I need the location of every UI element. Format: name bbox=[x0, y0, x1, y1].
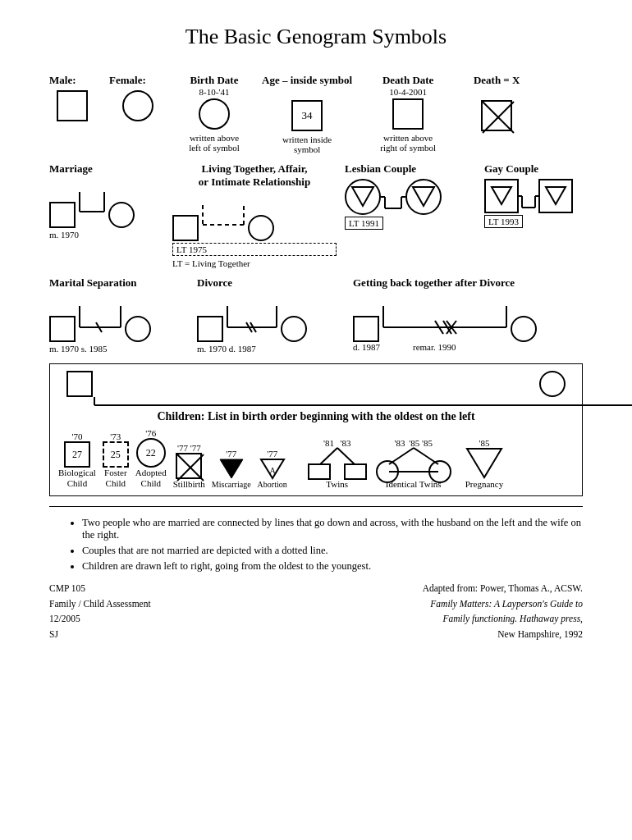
row2-section: Marriage m. 1970 Living Together, Affa bbox=[49, 162, 583, 268]
death-x-square bbox=[481, 100, 512, 131]
living-together-label: Living Together, Affair, or Intimate Rel… bbox=[172, 162, 337, 189]
lt-1993: LT 1993 bbox=[484, 215, 523, 228]
birthdate-symbol: Birth Date 8-10-'41 written above left o… bbox=[181, 74, 247, 153]
marriage-lines bbox=[76, 179, 108, 228]
reunite-diagram bbox=[353, 293, 558, 342]
marriage-group: Marriage m. 1970 bbox=[49, 162, 164, 240]
male-square bbox=[57, 90, 88, 121]
death-x-symbol: Death = X bbox=[464, 74, 529, 131]
female-label: Female: bbox=[109, 74, 146, 87]
children-label: Children: List in birth order beginning … bbox=[58, 410, 574, 423]
age-square: 34 bbox=[291, 100, 323, 131]
lt-square bbox=[172, 215, 199, 241]
adopted-child: '76 22 AdoptedChild bbox=[135, 428, 167, 489]
svg-marker-21 bbox=[546, 187, 566, 204]
footer-left-line1: CMP 105 bbox=[49, 581, 151, 596]
footer-right: Adapted from: Power, Thomas A., ACSW. Fa… bbox=[423, 581, 583, 641]
div-dates: m. 1970 d. 1987 bbox=[197, 344, 256, 354]
identical-twins-group: '83 '85 '85 Identical Twins bbox=[373, 438, 455, 489]
footer-left: CMP 105 Family / Child Assessment 12/200… bbox=[49, 581, 151, 641]
parent-connect-line bbox=[58, 384, 574, 409]
row1-symbols: Male: Female: Birth Date 8-10-'41 writte… bbox=[49, 74, 583, 154]
divorce-group: Divorce m. 1970 d. 1987 bbox=[197, 276, 345, 355]
abortion-child: '77 A Abortion bbox=[258, 449, 287, 489]
svg-marker-55 bbox=[467, 449, 501, 477]
divorce-label: Divorce bbox=[197, 276, 345, 290]
svg-marker-15 bbox=[492, 187, 511, 204]
divider bbox=[49, 506, 583, 507]
gay-triangle2 bbox=[545, 186, 566, 206]
lt-1991: LT 1991 bbox=[345, 217, 383, 230]
stillbirth-child: '77 '77 Stillbirth bbox=[173, 443, 205, 489]
footer-right-line3: Family functioning. Hathaway press, bbox=[423, 611, 583, 626]
id-twins-svg bbox=[373, 448, 455, 479]
bullet-1: Two people who are married are connected… bbox=[82, 517, 583, 541]
gay-group: Gay Couple bbox=[484, 162, 599, 228]
lesbian-group: Lesbian Couple bbox=[345, 162, 476, 230]
lt-date: LT 1975 bbox=[172, 243, 337, 256]
bio-square: 27 bbox=[64, 441, 90, 468]
biological-child: '70 27 BiologicalChild bbox=[58, 431, 96, 489]
written-above-right: written above right of symbol bbox=[380, 133, 436, 153]
death-date-symbol: Death Date 10-4-2001 written above right… bbox=[367, 74, 449, 153]
lesbian-triangle2 bbox=[412, 186, 435, 208]
separation-label: Marital Separation bbox=[49, 276, 189, 290]
children-section: Children: List in birth order beginning … bbox=[49, 363, 583, 496]
footer-right-line1: Adapted from: Power, Thomas A., ACSW. bbox=[423, 581, 583, 596]
birthdate-label: Birth Date bbox=[190, 74, 239, 87]
lesbian-connector bbox=[381, 179, 405, 215]
stillbirth-square bbox=[176, 453, 202, 479]
reunite-group: Getting back together after Divorce bbox=[353, 276, 558, 352]
gay-triangle1 bbox=[491, 186, 512, 206]
svg-line-47 bbox=[337, 448, 355, 464]
lt-lines bbox=[199, 192, 248, 241]
marriage-square bbox=[49, 202, 76, 228]
marriage-date: m. 1970 bbox=[49, 230, 164, 240]
stillbirth-x bbox=[177, 454, 204, 481]
twins-svg bbox=[309, 448, 366, 479]
svg-rect-49 bbox=[345, 464, 366, 479]
div-diagram bbox=[197, 293, 345, 342]
reunite-remar: remar. 1990 bbox=[413, 342, 456, 352]
svg-line-46 bbox=[320, 448, 337, 464]
svg-text:A: A bbox=[269, 466, 276, 475]
reunite-square bbox=[353, 316, 379, 342]
sep-dates: m. 1970 s. 1985 bbox=[49, 344, 108, 354]
reunite-d: d. 1987 bbox=[353, 342, 380, 352]
death-date-label: Death Date bbox=[382, 74, 433, 87]
svg-marker-8 bbox=[352, 187, 373, 206]
pregnancy-child: '85 Pregnancy bbox=[465, 438, 503, 489]
svg-rect-48 bbox=[309, 464, 330, 479]
age-value: 34 bbox=[302, 109, 313, 122]
male-symbol: Male: bbox=[49, 74, 94, 121]
living-together-group: Living Together, Affair, or Intimate Rel… bbox=[172, 162, 337, 268]
marriage-circle bbox=[108, 202, 135, 228]
sep-lines bbox=[76, 293, 125, 342]
female-symbol: Female: bbox=[109, 74, 167, 121]
children-row: '70 27 BiologicalChild '73 25 FosterChil… bbox=[58, 428, 574, 489]
lt-male bbox=[172, 215, 199, 241]
age-label: Age – inside symbol bbox=[262, 74, 352, 87]
parent-circle bbox=[539, 371, 566, 397]
svg-marker-43 bbox=[220, 459, 243, 478]
row3-section: Marital Separation m. 1970 s. 1985 Divor… bbox=[49, 276, 583, 355]
lesbian-circle2 bbox=[405, 179, 442, 215]
id-twins-years: '83 '85 '85 bbox=[394, 438, 432, 448]
gay-square2 bbox=[538, 179, 573, 213]
lt-circle bbox=[248, 215, 274, 241]
female-circle bbox=[122, 90, 153, 121]
twins-group: '81 '83 Twins bbox=[309, 438, 366, 489]
footer-right-line2: Family Matters: A Layperson's Guide to bbox=[423, 596, 583, 611]
footer-meta: CMP 105 Family / Child Assessment 12/200… bbox=[49, 581, 583, 641]
marriage-label: Marriage bbox=[49, 162, 164, 176]
marriage-diagram bbox=[49, 179, 164, 228]
lt-diagram bbox=[172, 192, 337, 241]
footer-left-line2: Family / Child Assessment bbox=[49, 596, 151, 611]
lt-labels: LT 1975 LT = Living Together bbox=[172, 241, 337, 268]
gay-label: Gay Couple bbox=[484, 162, 599, 176]
sep-square bbox=[49, 316, 76, 342]
death-x-label: Death = X bbox=[474, 74, 520, 87]
marriage-female bbox=[108, 202, 135, 228]
div-circle bbox=[281, 316, 307, 342]
age-symbol: Age – inside symbol 34 written inside sy… bbox=[262, 74, 352, 154]
